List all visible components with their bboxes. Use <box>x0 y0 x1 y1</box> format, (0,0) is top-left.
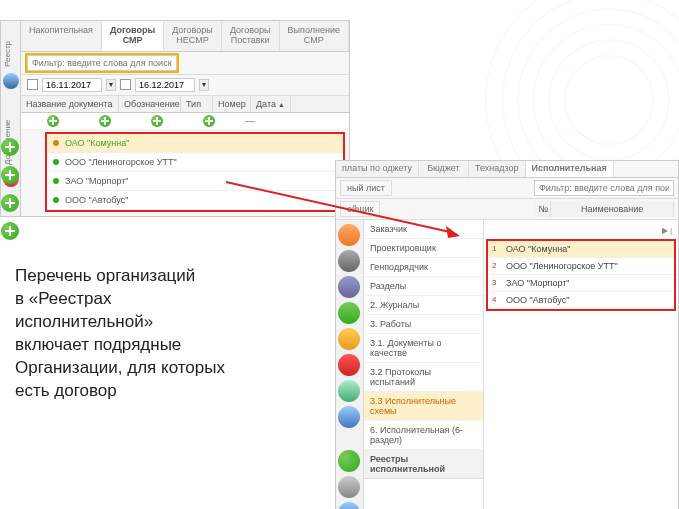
col-data[interactable]: Дата▲ <box>251 96 291 112</box>
excel-icon[interactable] <box>338 380 360 402</box>
org-item[interactable]: ООО "Автобус" <box>47 191 343 210</box>
toolbar-icons <box>336 220 364 509</box>
tree-item[interactable]: 2. Журналы <box>364 296 483 315</box>
panel-ispolnitelnaya: платы по оджету Бюджет Технадзор Исполни… <box>335 160 679 509</box>
caption-text: Перечень организаций в «Реестрах исполни… <box>15 265 225 403</box>
row-name: ОАО "Комунна" <box>506 244 670 254</box>
add-icon[interactable] <box>99 115 111 127</box>
date-to-dropdown-icon[interactable]: ▾ <box>199 79 209 91</box>
add-button[interactable] <box>1 194 19 212</box>
checkbox-date-from[interactable] <box>27 79 38 90</box>
org-item[interactable]: ОАО "Комунна" <box>47 134 343 153</box>
date-from-dropdown-icon[interactable]: ▾ <box>106 79 116 91</box>
table-row[interactable]: 3 ЗАО "Морпорт" <box>488 275 674 292</box>
tree-item[interactable]: 3.2 Протоколы испытаний <box>364 363 483 392</box>
tree-item[interactable]: Разделы <box>364 277 483 296</box>
tree-item[interactable]: Проектировщик <box>364 239 483 258</box>
add-row: — <box>21 113 349 130</box>
tab-tehnadzor[interactable]: Технадзор <box>469 161 526 177</box>
col-naimenovanie[interactable]: Наименование <box>551 201 674 217</box>
row-no: 2 <box>492 261 506 270</box>
svg-point-4 <box>549 40 669 160</box>
org-list-highlight: ОАО "Комунна" ООО "Лениногорское УТТ" ЗА… <box>45 132 345 212</box>
row-name: ЗАО "Морпорт" <box>506 278 670 288</box>
org-table: ▶ | 1 ОАО "Комунна" 2 ООО "Лениногорское… <box>484 220 678 509</box>
tree-item[interactable]: 6. Исполнительная (6-раздел) <box>364 421 483 450</box>
add-icon[interactable] <box>47 115 59 127</box>
tab-ispolnitelnaya[interactable]: Исполнительная <box>526 161 614 177</box>
columns-header: Название документа Обозначение Тип Номер… <box>21 96 349 113</box>
col-oboz[interactable]: Обозначение <box>119 96 181 112</box>
bullet-icon <box>53 140 59 146</box>
add-icon[interactable] <box>338 450 360 472</box>
bullet-icon <box>53 159 59 165</box>
word-icon[interactable] <box>338 502 360 509</box>
tab-dogovory-nesmr[interactable]: Договоры НЕСМР <box>164 21 221 51</box>
date-from-input[interactable] <box>42 78 102 92</box>
side-label-reestr: Реестр <box>1 21 14 71</box>
folder-icon[interactable] <box>338 328 360 350</box>
print-icon[interactable] <box>338 250 360 272</box>
row-no: 1 <box>492 244 506 253</box>
org-list-highlight-right: 1 ОАО "Комунна" 2 ООО "Лениногорское УТТ… <box>486 239 676 311</box>
row-name: ООО "Автобус" <box>506 295 670 305</box>
svg-point-3 <box>534 25 679 176</box>
tree-panel: Заказчик Проектировщик Генподрядчик Разд… <box>364 220 484 509</box>
tab-dogovory-smr[interactable]: Договоры СМР <box>102 21 164 51</box>
filter-input-right[interactable] <box>534 180 674 196</box>
checkbox-date-to[interactable] <box>120 79 131 90</box>
org-item[interactable]: ООО "Лениногорское УТТ" <box>47 153 343 172</box>
tab-dogovory-postavki[interactable]: Договоры Поставки <box>222 21 280 51</box>
tab-nakopitelnaya[interactable]: Накопительная <box>21 21 102 51</box>
obschik-label[interactable]: ойщик <box>340 201 380 217</box>
sheet-label[interactable]: ный лист <box>340 180 392 196</box>
printer-icon[interactable] <box>338 276 360 298</box>
org-name: ООО "Лениногорское УТТ" <box>65 157 177 167</box>
globe-icon[interactable] <box>3 73 19 89</box>
reestry-header: Реестры исполнительной <box>364 450 483 479</box>
tree-item[interactable]: 3.1. Документы о качестве <box>364 334 483 363</box>
bullet-icon <box>53 197 59 203</box>
home-icon[interactable] <box>338 224 360 246</box>
filter-input[interactable] <box>27 55 177 71</box>
add-button[interactable] <box>1 222 19 240</box>
add-button[interactable] <box>1 138 19 156</box>
table-row[interactable]: 1 ОАО "Комунна" <box>488 241 674 258</box>
bullet-icon <box>53 178 59 184</box>
tree-item-selected[interactable]: 3.3 Исполнительные схемы <box>364 392 483 421</box>
org-name: ОАО "Комунна" <box>65 138 129 148</box>
row-no: 4 <box>492 295 506 304</box>
tab-vypolnenie-smr[interactable]: Выполнение СМР <box>280 21 349 51</box>
tab-byudzhet[interactable]: Бюджет <box>419 161 469 177</box>
panel-contracts: Реестр Добавление Накопительная Договоры… <box>0 20 350 217</box>
svg-point-5 <box>565 56 653 144</box>
row-no: 3 <box>492 278 506 287</box>
col-name[interactable]: Название документа <box>21 96 119 112</box>
word-icon[interactable] <box>338 406 360 428</box>
col-no[interactable]: № <box>533 201 551 217</box>
tabs-contracts: Накопительная Договоры СМР Договоры НЕСМ… <box>21 21 349 52</box>
row-name: ООО "Лениногорское УТТ" <box>506 261 670 271</box>
table-row[interactable]: 2 ООО "Лениногорское УТТ" <box>488 258 674 275</box>
table-row[interactable]: 4 ООО "Автобус" <box>488 292 674 309</box>
date-to-input[interactable] <box>135 78 195 92</box>
col-tip[interactable]: Тип <box>181 96 213 112</box>
sort-asc-icon: ▲ <box>278 101 285 108</box>
delete-icon[interactable] <box>338 354 360 376</box>
org-item[interactable]: ЗАО "Морпорт" <box>47 172 343 191</box>
add-button[interactable] <box>1 166 19 184</box>
tree-item[interactable]: 3. Работы <box>364 315 483 334</box>
recycle-icon[interactable] <box>338 302 360 324</box>
add-icon[interactable] <box>151 115 163 127</box>
tabs-top-right: платы по оджету Бюджет Технадзор Исполни… <box>336 161 678 178</box>
tree-item[interactable]: Заказчик <box>364 220 483 239</box>
tree-item[interactable]: Генподрядчик <box>364 258 483 277</box>
trash-icon[interactable] <box>338 476 360 498</box>
org-name: ООО "Автобус" <box>65 195 128 205</box>
org-name: ЗАО "Морпорт" <box>65 176 129 186</box>
col-nomer[interactable]: Номер <box>213 96 251 112</box>
add-icon[interactable] <box>203 115 215 127</box>
tab-oplaty[interactable]: платы по оджету <box>336 161 419 177</box>
